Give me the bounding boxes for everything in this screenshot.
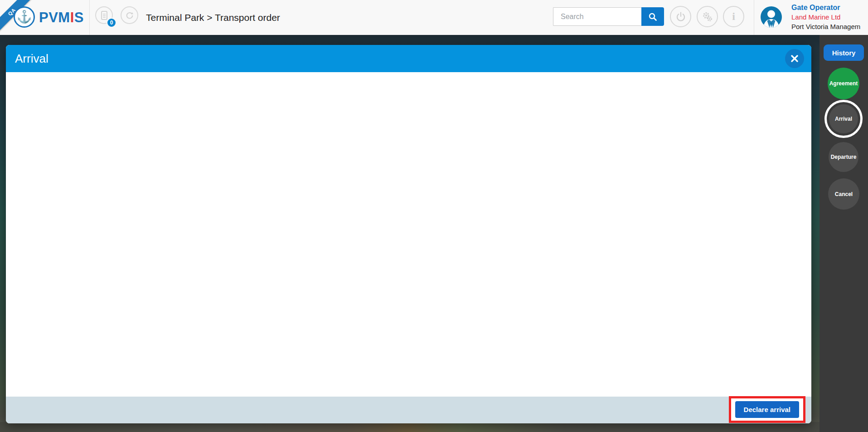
step-label: Departure <box>831 154 857 160</box>
search-button[interactable] <box>641 7 664 26</box>
header-divider <box>754 0 754 35</box>
step-arrival[interactable]: Arrival <box>824 100 863 138</box>
user-info[interactable]: Gate Operator Land Marine Ltd Port Victo… <box>791 3 868 31</box>
user-organization: Port Victoria Managem <box>791 22 868 31</box>
arrival-dialog: Arrival Declare arrival <box>6 45 811 423</box>
dialog-header: Arrival <box>6 45 811 72</box>
person-icon <box>761 6 782 28</box>
info-icon: i <box>732 10 735 23</box>
step-departure[interactable]: Departure <box>829 142 858 172</box>
header-bar: QA ⚓ PVMIS 0 Terminal Park > Transport o… <box>0 0 868 35</box>
step-arrival-inner: Arrival <box>829 104 858 133</box>
dialog-title: Arrival <box>15 52 48 66</box>
step-label: Cancel <box>835 191 853 197</box>
search-icon <box>648 12 657 21</box>
step-label: Agreement <box>829 80 858 87</box>
step-cancel[interactable]: Cancel <box>828 178 859 210</box>
workflow-sidebar: History Agreement Arrival Departure Canc… <box>820 35 868 432</box>
screen: QA ⚓ PVMIS 0 Terminal Park > Transport o… <box>0 0 868 432</box>
breadcrumb: Terminal Park > Transport order <box>146 0 280 35</box>
refresh-button[interactable] <box>121 6 138 24</box>
dialog-body <box>6 72 811 397</box>
close-icon <box>790 54 799 63</box>
user-role: Gate Operator <box>791 3 868 12</box>
annotation-highlight-box: Declare arrival <box>729 396 805 423</box>
logout-button[interactable] <box>670 6 691 27</box>
background-road <box>0 422 868 432</box>
brand-name: PVMIS <box>39 0 84 35</box>
header-divider <box>89 0 90 35</box>
step-label: Arrival <box>835 116 852 122</box>
notification-count-badge: 0 <box>107 18 116 28</box>
anchor-logo-icon: ⚓ <box>17 11 32 23</box>
settings-button[interactable] <box>697 6 718 27</box>
close-button[interactable] <box>785 49 804 68</box>
dialog-footer: Declare arrival <box>6 397 811 423</box>
info-button[interactable]: i <box>723 6 744 27</box>
document-icon <box>100 11 108 20</box>
history-button[interactable]: History <box>824 44 864 61</box>
step-agreement[interactable]: Agreement <box>828 68 859 99</box>
user-company: Land Marine Ltd <box>791 12 868 22</box>
search-input[interactable] <box>553 7 641 26</box>
refresh-icon <box>125 11 134 20</box>
gear-icon <box>702 11 713 23</box>
user-avatar[interactable] <box>761 6 782 28</box>
declare-arrival-button[interactable]: Declare arrival <box>735 401 799 418</box>
power-icon <box>675 11 686 22</box>
app-logo[interactable]: ⚓ <box>14 6 35 28</box>
search-form <box>553 7 664 26</box>
